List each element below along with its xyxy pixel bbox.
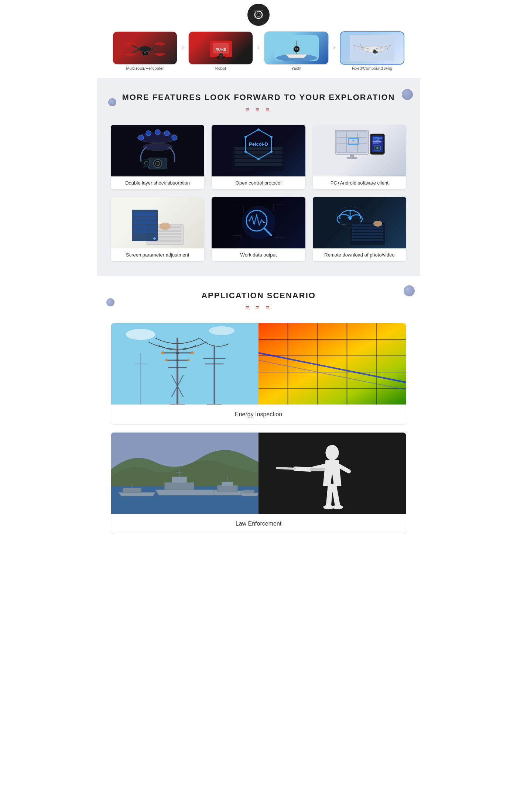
bubble-decoration-tr-2: [404, 285, 415, 296]
svg-rect-165: [222, 482, 233, 486]
scenario-title: APPLICATION SCENARIO: [108, 291, 409, 300]
bubble-decoration-tl: [108, 98, 116, 106]
svg-rect-73: [373, 141, 381, 142]
svg-rect-47: [234, 155, 283, 158]
svg-point-1: [257, 13, 260, 17]
svg-point-123: [126, 329, 155, 340]
svg-rect-60: [337, 132, 367, 152]
svg-point-31: [373, 49, 375, 51]
scenario-section: APPLICATION SCENARIO ≡ ≡ ≡: [97, 276, 420, 556]
svg-point-86: [160, 223, 171, 230]
svg-rect-112: [352, 236, 383, 238]
svg-point-142: [191, 351, 194, 354]
svg-rect-167: [123, 488, 141, 493]
svg-point-10: [155, 42, 165, 45]
feature-label-data: Work data output: [212, 248, 305, 261]
svg-point-53: [270, 136, 273, 138]
svg-rect-90: [134, 221, 156, 224]
scenario-label-energy: Energy Inspection: [111, 405, 406, 424]
feature-img-protocol: Pelcol-D: [212, 125, 305, 176]
platform-item-wing[interactable]: Fixed/Compound wing: [340, 31, 404, 70]
bubble-decoration-tr: [402, 89, 413, 100]
svg-rect-91: [134, 226, 156, 229]
platform-img-wing: [340, 31, 404, 65]
feature-label-screen: Screen parameter adjustment: [111, 248, 204, 261]
svg-point-38: [143, 143, 172, 151]
svg-point-143: [165, 359, 168, 361]
platform-label-yacht: Yacht: [291, 66, 301, 70]
scenario-card-energy: Energy Inspection: [111, 323, 406, 425]
svg-point-36: [164, 131, 170, 136]
scenario-img-law-silhouette: [258, 433, 406, 514]
svg-point-11: [125, 53, 136, 56]
svg-rect-160: [165, 482, 194, 490]
platform-img-drone: [113, 31, 177, 65]
feature-img-shock: [111, 125, 204, 176]
platform-row: Multi-rotor/Helicopter › RUIKE Robot ›: [97, 28, 420, 78]
svg-point-66: [352, 140, 355, 142]
svg-point-56: [244, 151, 247, 153]
svg-rect-74: [373, 143, 379, 144]
svg-rect-109: [352, 227, 383, 229]
feature-label-protocol: Open control protocol: [212, 176, 305, 189]
svg-rect-68: [346, 157, 357, 159]
svg-point-25: [295, 48, 298, 50]
scenario-images-energy: [111, 323, 406, 405]
svg-rect-169: [243, 490, 254, 493]
svg-point-43: [144, 161, 148, 165]
svg-point-55: [257, 158, 260, 160]
svg-rect-89: [134, 217, 156, 220]
svg-point-99: [263, 222, 265, 223]
platform-item-robot[interactable]: RUIKE Robot: [188, 31, 253, 70]
svg-rect-92: [134, 230, 156, 233]
camera-icon: [247, 4, 270, 26]
platform-label-wing: Fixed/Compound wing: [352, 66, 392, 70]
svg-point-114: [373, 221, 382, 227]
svg-point-12: [155, 53, 165, 56]
svg-rect-45: [234, 147, 283, 150]
feature-label-remote: Remote download of photo/video: [313, 248, 406, 261]
scenario-img-energy-towers: [111, 323, 258, 405]
platform-item-yacht[interactable]: Yacht: [264, 31, 329, 70]
features-section: MORE FEATURES LOOK FORWARD TO YOUR EXPLO…: [97, 78, 420, 276]
svg-point-34: [146, 131, 151, 136]
svg-point-35: [155, 130, 160, 135]
arrow-1: ›: [177, 44, 188, 59]
feature-img-software: [313, 125, 406, 176]
platform-item-drone[interactable]: Multi-rotor/Helicopter: [113, 31, 177, 70]
svg-text:RUIKE: RUIKE: [215, 48, 226, 51]
svg-point-54: [257, 128, 260, 131]
svg-point-14: [144, 52, 146, 54]
scenario-images-law: [111, 433, 406, 514]
feature-card-shock: Double layer shock absorption: [111, 125, 204, 189]
svg-rect-49: [234, 163, 283, 166]
svg-rect-110: [352, 230, 383, 232]
svg-point-139: [177, 359, 179, 361]
platform-img-yacht: [264, 31, 329, 65]
feature-img-remote: [313, 197, 406, 248]
svg-point-140: [177, 367, 179, 369]
scenario-label-law: Law Enforcement: [111, 514, 406, 534]
top-camera-section: [97, 0, 420, 28]
svg-rect-46: [234, 151, 283, 154]
svg-rect-88: [134, 213, 156, 216]
scenario-divider: ≡ ≡ ≡: [108, 304, 409, 312]
svg-point-52: [244, 136, 247, 138]
svg-rect-145: [258, 323, 406, 405]
svg-point-76: [376, 147, 379, 149]
svg-rect-111: [352, 233, 383, 235]
arrow-2: ›: [253, 44, 264, 59]
svg-rect-161: [172, 477, 187, 483]
feature-card-protocol: Pelcol-D Open control protocol: [212, 125, 305, 189]
svg-point-33: [138, 135, 144, 140]
svg-point-37: [172, 135, 177, 140]
feature-card-screen: Screen parameter adjustment: [111, 197, 204, 261]
features-grid: Double layer shock absorption: [111, 125, 406, 261]
feature-card-software: PC+Android software client: [313, 125, 406, 189]
bubble-decoration-tl-2: [106, 298, 114, 306]
scenario-img-energy-thermal: [258, 323, 406, 405]
svg-point-138: [176, 351, 179, 354]
feature-label-software: PC+Android software client: [313, 176, 406, 189]
svg-point-9: [125, 42, 136, 45]
platform-label-drone: Multi-rotor/Helicopter: [126, 66, 164, 70]
